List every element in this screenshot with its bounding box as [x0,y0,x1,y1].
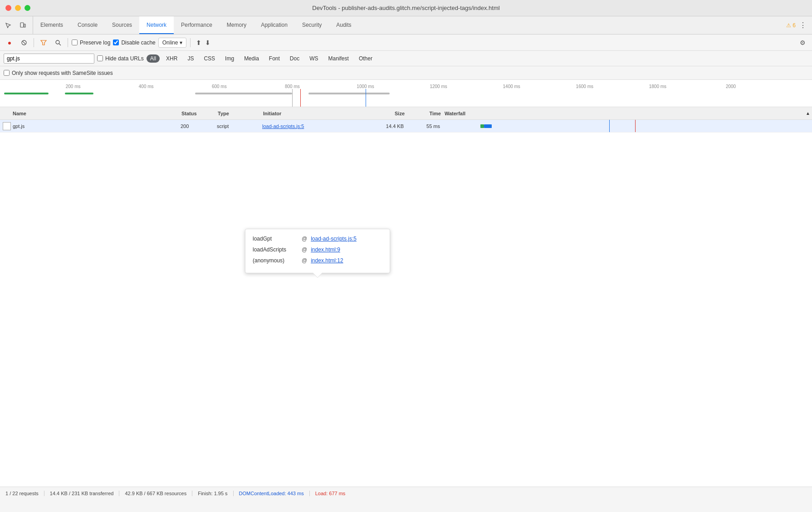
filter-ws-button[interactable]: WS [306,54,322,63]
warning-icon: ⚠ [786,22,791,29]
samesite-text: Only show requests with SameSite issues [12,70,113,76]
device-toolbar-button[interactable] [16,19,29,32]
table-body: gpt.js 200 script load-ad-scripts.js:5 1… [0,120,812,499]
svg-point-5 [56,40,59,44]
col-header-status[interactable]: Status [181,111,218,116]
timeline-bar-1 [4,93,49,94]
wf-receiving-bar [484,124,491,128]
filter-xhr-button[interactable]: XHR [162,54,181,63]
tab-audits[interactable]: Audits [329,16,358,34]
cs-at-2: @ [302,246,307,254]
preserve-log-label[interactable]: Preserve log [72,39,110,46]
samesite-label[interactable]: Only show requests with SameSite issues [4,70,113,76]
tab-network[interactable]: Network [139,16,174,34]
timeline-ruler: 200 ms 400 ms 600 ms 800 ms 1000 ms 1200… [0,80,812,89]
col-header-time[interactable]: Time [408,111,445,116]
wf-dom-line [609,120,610,132]
toolbar-separator-2 [68,38,68,47]
timeline-gray-vline [292,89,293,107]
import-export-buttons: ⬆ ⬇ [196,39,210,46]
filter-img-button[interactable]: Img [221,54,238,63]
filter-js-button[interactable]: JS [184,54,197,63]
close-button[interactable] [5,5,11,11]
ruler-tick-1600ms: 1600 ms [576,84,593,89]
settings-button[interactable]: ⚙ [797,37,808,49]
tab-bar-left-controls [2,16,33,34]
tab-performance[interactable]: Performance [174,16,220,34]
more-options-button[interactable]: ⋮ [797,19,808,31]
tab-sources[interactable]: Sources [105,16,139,34]
maximize-button[interactable] [24,5,30,11]
network-throttle-value: Online [162,39,178,46]
minimize-button[interactable] [15,5,21,11]
timeline-bar-gray-1 [195,93,293,94]
timeline-load-vline [300,89,301,107]
cs-func-1: loadGpt [253,235,298,243]
filter-css-button[interactable]: CSS [200,54,219,63]
row-waterfall [444,120,812,132]
svg-rect-1 [24,24,25,27]
export-button[interactable]: ⬇ [205,39,210,46]
disable-cache-checkbox[interactable] [113,39,119,45]
dropdown-chevron-icon: ▾ [180,39,182,46]
clear-button[interactable] [18,37,30,49]
row-name: gpt.js [13,123,181,129]
hide-data-urls-label[interactable]: Hide data URLs [97,55,144,62]
samesite-checkbox[interactable] [4,70,10,76]
filter-font-button[interactable]: Font [265,54,284,63]
network-throttle-dropdown[interactable]: Online ▾ [158,38,187,48]
cs-link-3[interactable]: index.html:12 [311,256,343,265]
timeline-bar-gray-2 [308,93,390,94]
hide-data-urls-checkbox[interactable] [97,55,103,61]
row-initiator[interactable]: load-ad-scripts.js:5 [262,123,362,129]
record-button[interactable]: ● [4,37,15,49]
col-header-type[interactable]: Type [218,111,263,116]
filter-all-button[interactable]: All [147,54,160,63]
table-row[interactable]: gpt.js 200 script load-ad-scripts.js:5 1… [0,120,812,133]
ruler-tick-1000ms: 1000 ms [357,84,374,89]
ruler-tick-200ms: 200 ms [66,84,81,89]
cs-link-1[interactable]: load-ad-scripts.js:5 [311,235,357,243]
search-input[interactable] [4,54,94,64]
tab-console[interactable]: Console [70,16,105,34]
col-header-size[interactable]: Size [363,111,408,116]
status-requests: 1 / 22 requests [5,491,44,496]
filter-button[interactable] [38,37,49,49]
filter-manifest-button[interactable]: Manifest [325,54,352,63]
filter-other-button[interactable]: Other [355,54,376,63]
ruler-tick-1200ms: 1200 ms [430,84,447,89]
toolbar-separator-3 [190,38,191,47]
cs-link-2[interactable]: index.html:9 [311,246,340,254]
call-stack-popup: loadGpt @ load-ad-scripts.js:5 loadAdScr… [245,229,390,273]
import-button[interactable]: ⬆ [196,39,201,46]
disable-cache-label[interactable]: Disable cache [113,39,155,46]
filter-media-button[interactable]: Media [240,54,263,63]
wf-load-line [635,120,636,132]
inspect-element-button[interactable] [2,19,15,32]
tab-memory[interactable]: Memory [220,16,254,34]
filter-doc-button[interactable]: Doc [286,54,303,63]
tab-elements[interactable]: Elements [33,16,70,34]
cs-at-3: @ [302,256,307,265]
col-header-name[interactable]: Name [0,111,181,116]
preserve-log-checkbox[interactable] [72,39,78,45]
warning-badge[interactable]: ⚠ 6 [786,22,796,29]
toolbar-separator-1 [34,38,34,47]
status-bar: 1 / 22 requests 14.4 KB / 231 KB transfe… [0,487,812,499]
row-type: script [217,123,262,129]
search-button[interactable] [52,37,64,49]
ruler-tick-2000: 2000 [726,84,736,89]
popup-arrow [313,273,322,277]
window-title: DevTools - publisher-ads-audits.glitch.m… [312,5,499,11]
status-finish: Finish: 1.95 s [192,491,233,496]
col-header-waterfall[interactable]: Waterfall ▲ [445,111,812,116]
row-file-icon [3,122,11,130]
filter-bar: Hide data URLs All XHR JS CSS Img Media … [0,51,812,66]
timeline-bar-2 [65,93,93,94]
tab-security[interactable]: Security [295,16,329,34]
tab-application[interactable]: Application [254,16,295,34]
status-load: Load: 677 ms [310,491,351,496]
col-header-initiator[interactable]: Initiator [263,111,363,116]
status-transferred: 14.4 KB / 231 KB transferred [44,491,120,496]
svg-rect-0 [20,23,24,27]
